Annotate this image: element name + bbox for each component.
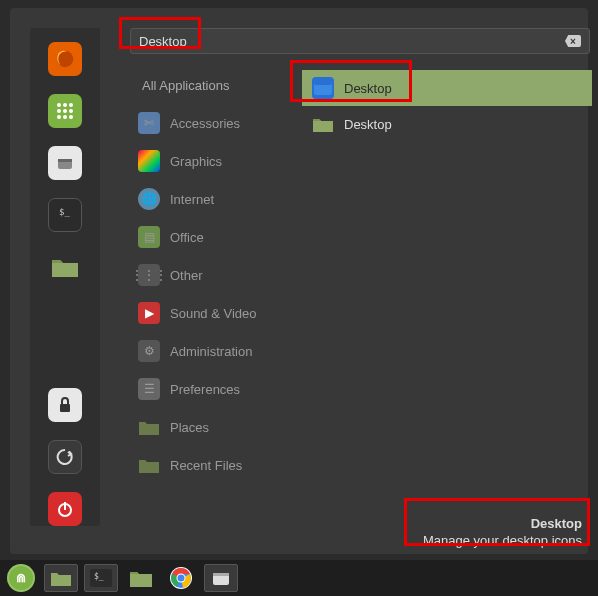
- category-graphics[interactable]: Graphics: [130, 142, 290, 180]
- scissors-icon: ✄: [138, 112, 160, 134]
- package-icon: [211, 569, 231, 587]
- admin-icon: ⚙: [138, 340, 160, 362]
- result-desktop-folder[interactable]: Desktop: [302, 106, 592, 142]
- svg-point-2: [63, 103, 67, 107]
- svg-point-6: [69, 109, 73, 113]
- svg-point-9: [69, 115, 73, 119]
- fav-apps[interactable]: [48, 94, 82, 128]
- power-icon: [55, 499, 75, 519]
- package-icon: [55, 153, 75, 173]
- category-label: Office: [170, 230, 204, 245]
- folder-icon: [50, 569, 72, 587]
- item-description: Desktop Manage your desktop icons: [423, 516, 582, 550]
- folder-icon: [312, 113, 334, 135]
- application-menu: $_ × All Applications ✄ Accessories Grap…: [10, 8, 588, 554]
- svg-rect-17: [314, 81, 332, 85]
- category-label: Accessories: [170, 116, 240, 131]
- svg-text:$_: $_: [59, 207, 70, 217]
- svg-text:$_: $_: [94, 572, 104, 581]
- category-other[interactable]: ⋮⋮⋮ Other: [130, 256, 290, 294]
- result-desktop-app[interactable]: Desktop: [302, 70, 592, 106]
- play-icon: ▶: [138, 302, 160, 324]
- folder-icon: [129, 568, 153, 588]
- fav-shutdown[interactable]: [48, 492, 82, 526]
- category-office[interactable]: ▤ Office: [130, 218, 290, 256]
- results-list: Desktop Desktop: [302, 70, 592, 142]
- fav-lock[interactable]: [48, 388, 82, 422]
- category-label: All Applications: [142, 78, 229, 93]
- clear-search-icon[interactable]: ×: [565, 35, 581, 47]
- result-label: Desktop: [344, 81, 392, 96]
- svg-rect-13: [60, 404, 70, 412]
- category-label: Recent Files: [170, 458, 242, 473]
- chrome-icon: [169, 566, 193, 590]
- category-label: Preferences: [170, 382, 240, 397]
- category-preferences[interactable]: ☰ Preferences: [130, 370, 290, 408]
- category-label: Administration: [170, 344, 252, 359]
- taskbar-files[interactable]: [44, 564, 78, 592]
- category-all[interactable]: All Applications: [130, 66, 290, 104]
- svg-point-7: [57, 115, 61, 119]
- category-places[interactable]: Places: [130, 408, 290, 446]
- category-label: Sound & Video: [170, 306, 257, 321]
- svg-point-4: [57, 109, 61, 113]
- description-subtitle: Manage your desktop icons: [423, 533, 582, 550]
- fav-terminal[interactable]: $_: [48, 198, 82, 232]
- taskbar: ⋒ $_: [0, 560, 598, 596]
- fav-software[interactable]: [48, 146, 82, 180]
- mint-logo-icon: ⋒: [7, 564, 35, 592]
- globe-icon: 🌐: [138, 188, 160, 210]
- category-sound-video[interactable]: ▶ Sound & Video: [130, 294, 290, 332]
- category-internet[interactable]: 🌐 Internet: [130, 180, 290, 218]
- firefox-icon: [54, 48, 76, 70]
- fav-logout[interactable]: [48, 440, 82, 474]
- folder-icon: [138, 454, 160, 476]
- category-label: Other: [170, 268, 203, 283]
- category-label: Places: [170, 420, 209, 435]
- svg-rect-25: [213, 573, 229, 576]
- doc-icon: ▤: [138, 226, 160, 248]
- category-recent[interactable]: Recent Files: [130, 446, 290, 484]
- desktop-icon: [312, 77, 334, 99]
- prefs-icon: ☰: [138, 378, 160, 400]
- category-label: Graphics: [170, 154, 222, 169]
- taskbar-software[interactable]: [204, 564, 238, 592]
- svg-point-8: [63, 115, 67, 119]
- svg-point-23: [178, 575, 185, 582]
- dots-icon: ⋮⋮⋮: [138, 264, 160, 286]
- grid-icon: [56, 102, 74, 120]
- svg-point-5: [63, 109, 67, 113]
- favorites-sidebar: $_: [30, 28, 100, 526]
- mint-menu-button[interactable]: ⋒: [4, 564, 38, 592]
- folder-icon: [138, 416, 160, 438]
- taskbar-terminal[interactable]: $_: [84, 564, 118, 592]
- description-title: Desktop: [423, 516, 582, 533]
- fav-firefox[interactable]: [48, 42, 82, 76]
- svg-rect-11: [58, 159, 72, 162]
- category-list: All Applications ✄ Accessories Graphics …: [130, 66, 290, 484]
- taskbar-chrome[interactable]: [164, 564, 198, 592]
- fav-files[interactable]: [48, 250, 82, 284]
- svg-point-3: [69, 103, 73, 107]
- terminal-icon: $_: [55, 205, 75, 225]
- palette-icon: [138, 150, 160, 172]
- svg-point-1: [57, 103, 61, 107]
- category-accessories[interactable]: ✄ Accessories: [130, 104, 290, 142]
- lock-icon: [56, 396, 74, 414]
- search-field[interactable]: ×: [130, 28, 590, 54]
- search-input[interactable]: [139, 34, 565, 49]
- category-label: Internet: [170, 192, 214, 207]
- terminal-icon: $_: [90, 569, 112, 587]
- category-administration[interactable]: ⚙ Administration: [130, 332, 290, 370]
- taskbar-files2[interactable]: [124, 564, 158, 592]
- result-label: Desktop: [344, 117, 392, 132]
- folder-icon: [50, 254, 80, 280]
- logout-icon: [55, 447, 75, 467]
